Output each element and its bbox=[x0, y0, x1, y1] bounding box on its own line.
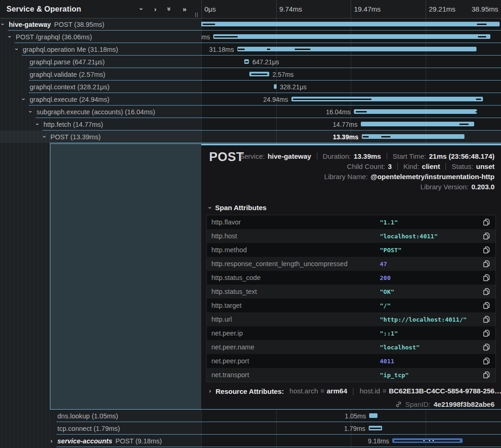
collapse-all-icon[interactable]: » bbox=[166, 7, 173, 11]
span-row[interactable]: › POST (13.39ms) 13.39ms bbox=[0, 131, 501, 143]
span-attributes-header[interactable]: › Span Attributes bbox=[209, 204, 266, 212]
span-bar-cell: 31.18ms bbox=[201, 43, 501, 56]
span-row[interactable]: › graphql.operation Me (31.18ms) 31.18ms bbox=[0, 43, 501, 56]
overview-field-label: Start Time: bbox=[393, 152, 427, 160]
expand-one-icon[interactable]: › bbox=[154, 6, 156, 12]
span-duration-label: 647.21μs bbox=[252, 56, 279, 68]
span-name-cell[interactable]: tcp.connect (1.79ms) bbox=[0, 422, 201, 435]
span-row[interactable]: graphql.context (328.21μs) 328.21μs bbox=[0, 81, 501, 93]
column-resizer-handle[interactable]: || bbox=[195, 12, 198, 17]
span-duration-bar[interactable] bbox=[354, 109, 477, 114]
span-duration-bar[interactable] bbox=[362, 134, 464, 139]
span-name-cell[interactable]: › subgraph.execute (accounts) (16.04ms) bbox=[0, 106, 201, 118]
span-row[interactable]: › subgraph.execute (accounts) (16.04ms) … bbox=[0, 106, 501, 118]
overview-line: Library Name:@opentelemetry/instrumentat… bbox=[324, 171, 495, 181]
span-duration-bar[interactable] bbox=[249, 72, 269, 76]
overview-field-value: 0.203.0 bbox=[471, 183, 495, 191]
span-duration-bar[interactable] bbox=[213, 34, 490, 39]
copy-icon[interactable] bbox=[483, 260, 490, 268]
overview-field-value: hive-gateway bbox=[267, 152, 311, 160]
copy-icon[interactable] bbox=[483, 371, 490, 379]
span-operation-name: POST (13.39ms) bbox=[50, 133, 101, 141]
resource-attribute-value: arm64 bbox=[327, 387, 347, 395]
span-name-cell[interactable]: dns.lookup (1.05ms) bbox=[0, 410, 201, 422]
span-bar-cell: 38.95ms bbox=[201, 18, 501, 31]
span-name-cell[interactable]: › graphql.execute (24.94ms) bbox=[0, 93, 201, 106]
overview-field-label: Library Version: bbox=[421, 183, 469, 191]
span-name-cell[interactable]: › POST (13.39ms) bbox=[0, 131, 201, 143]
overview-line: Service:hive-gatewayDuration:13.39msStar… bbox=[240, 151, 495, 161]
span-name-cell[interactable]: graphql.parse (647.21μs) bbox=[0, 56, 201, 68]
link-icon[interactable] bbox=[395, 401, 402, 408]
span-toggle-chevron-icon[interactable]: › bbox=[2, 18, 4, 31]
copy-icon[interactable] bbox=[483, 288, 490, 296]
span-toggle-chevron-icon[interactable]: › bbox=[30, 106, 31, 118]
attribute-value: "OK" bbox=[380, 288, 394, 295]
overview-field-value: 13.39ms bbox=[353, 152, 381, 160]
copy-icon[interactable] bbox=[483, 218, 490, 226]
span-duration-bar[interactable] bbox=[244, 59, 249, 64]
attribute-value: "localhost" bbox=[380, 344, 420, 351]
span-name-cell[interactable]: › service-accounts POST (9.18ms) bbox=[0, 435, 201, 447]
attribute-value: "/" bbox=[380, 302, 390, 309]
chevron-down-icon: › bbox=[207, 207, 213, 209]
copy-icon[interactable] bbox=[483, 357, 490, 365]
span-duration-bar[interactable] bbox=[392, 438, 463, 443]
span-duration-bar[interactable] bbox=[274, 84, 276, 89]
attribute-key: http.host bbox=[211, 232, 237, 240]
span-duration-bar[interactable] bbox=[237, 47, 477, 51]
span-name-cell[interactable]: graphql.context (328.21μs) bbox=[0, 81, 201, 93]
span-toggle-chevron-icon[interactable]: › bbox=[37, 118, 38, 131]
span-id-value: 4e21998f3b82abe6 bbox=[433, 400, 495, 408]
expand-all-icon[interactable]: » bbox=[183, 6, 186, 12]
span-duration-label: 31.18ms bbox=[209, 43, 234, 56]
span-detail-panel: POST Service:hive-gatewayDuration:13.39m… bbox=[201, 143, 501, 409]
span-toggle-chevron-icon[interactable]: › bbox=[16, 43, 18, 56]
span-duration-bar[interactable] bbox=[201, 22, 500, 26]
span-toggle-chevron-icon[interactable]: › bbox=[9, 31, 11, 43]
span-operation-name: graphql.validate (2.57ms) bbox=[30, 71, 105, 78]
span-duration-label: 14.77ms bbox=[333, 118, 358, 131]
span-row[interactable]: › http.fetch (14.77ms) 14.77ms bbox=[0, 118, 501, 131]
attribute-key: net.peer.port bbox=[211, 357, 249, 365]
span-row[interactable]: tcp.connect (1.79ms) 1.79ms bbox=[0, 422, 501, 435]
span-row[interactable]: graphql.parse (647.21μs) 647.21μs bbox=[0, 56, 501, 68]
detail-row-bottom-border bbox=[50, 409, 501, 410]
span-duration-label: 1.79ms bbox=[344, 422, 365, 435]
copy-icon[interactable] bbox=[483, 343, 490, 351]
resource-attributes-items: host.arch=arm64host.id=BC62E13B-C4CC-585… bbox=[290, 387, 501, 395]
span-duration-bar[interactable] bbox=[291, 97, 483, 101]
span-duration-bar[interactable] bbox=[369, 413, 377, 418]
span-row[interactable]: › hive-gateway POST (38.95ms) 38.95ms bbox=[0, 18, 501, 31]
selected-span-detail-spacer bbox=[50, 143, 202, 410]
span-row[interactable]: dns.lookup (1.05ms) 1.05ms bbox=[0, 410, 501, 422]
span-toggle-chevron-icon[interactable]: › bbox=[23, 93, 25, 106]
copy-icon[interactable] bbox=[483, 316, 490, 324]
span-name-cell[interactable]: › http.fetch (14.77ms) bbox=[0, 118, 201, 131]
resource-attributes-row[interactable]: › Resource Attributes: host.arch=arm64ho… bbox=[209, 387, 501, 395]
span-duration-bar[interactable] bbox=[369, 426, 383, 430]
row-separator bbox=[49, 143, 501, 143]
collapse-one-icon[interactable]: › bbox=[138, 8, 145, 10]
span-row[interactable]: › graphql.execute (24.94ms) 24.94ms bbox=[0, 93, 501, 106]
span-toggle-chevron-icon[interactable]: › bbox=[43, 131, 45, 143]
span-row[interactable]: › POST /graphql (36.06ms) 36.06ms bbox=[0, 31, 501, 43]
attribute-value: 200 bbox=[380, 274, 390, 281]
span-name-cell[interactable]: › POST /graphql (36.06ms) bbox=[0, 31, 201, 43]
row-separator bbox=[56, 447, 501, 447]
copy-icon[interactable] bbox=[483, 246, 490, 254]
copy-icon[interactable] bbox=[483, 274, 490, 282]
span-duration-bar[interactable] bbox=[361, 122, 474, 126]
span-row[interactable]: graphql.validate (2.57ms) 2.57ms bbox=[0, 68, 501, 81]
span-toggle-chevron-icon[interactable]: › bbox=[50, 435, 52, 447]
span-row[interactable]: › service-accounts POST (9.18ms) 9.18ms bbox=[0, 435, 501, 447]
span-name-cell[interactable]: graphql.validate (2.57ms) bbox=[0, 68, 201, 81]
copy-icon[interactable] bbox=[483, 232, 490, 240]
copy-icon[interactable] bbox=[483, 330, 490, 337]
span-bar-cell: 13.39ms bbox=[201, 131, 501, 143]
span-id-row: SpanID: 4e21998f3b82abe6 bbox=[395, 400, 495, 408]
ruler-tick-label: 29.21ms bbox=[429, 0, 456, 18]
span-name-cell[interactable]: › graphql.operation Me (31.18ms) bbox=[0, 43, 201, 56]
span-name-cell[interactable]: › hive-gateway POST (38.95ms) bbox=[0, 18, 201, 31]
copy-icon[interactable] bbox=[483, 302, 490, 310]
